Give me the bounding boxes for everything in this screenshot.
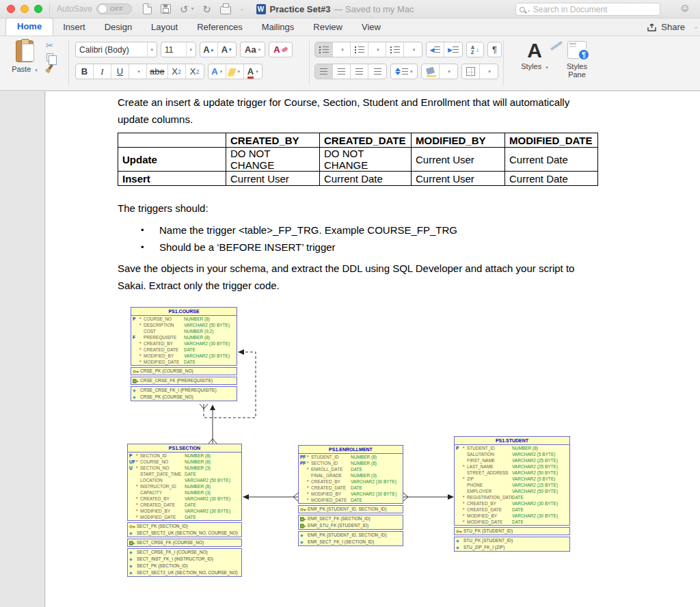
- line-spacing-button[interactable]: ▾: [390, 64, 418, 79]
- borders-grid-icon: [466, 67, 475, 76]
- entity-column-row: STREET_ADDRESSVARCHAR2 (50 BYTE): [455, 470, 569, 476]
- tab-view[interactable]: View: [352, 19, 390, 36]
- highlight-button[interactable]: ▾: [226, 64, 244, 79]
- styles-pane-pilcrow-icon: ¶: [578, 49, 590, 61]
- bold-button[interactable]: B: [76, 64, 94, 79]
- entity-column-row: PHONEVARCHAR2 (15 BYTE): [455, 482, 569, 488]
- borders-button[interactable]: [462, 64, 480, 79]
- table-cell: Current Date: [320, 172, 412, 186]
- grow-font-glyph: A: [203, 44, 209, 55]
- underline-caret-button[interactable]: ▾: [129, 64, 147, 79]
- entity-column-row: *CREATED_BYVARCHAR2 (30 BYTE): [299, 478, 403, 485]
- show-paragraph-marks-button[interactable]: ¶: [487, 42, 502, 57]
- undo-icon[interactable]: ↺: [180, 4, 189, 14]
- paste-clipboard-icon: [16, 40, 33, 62]
- redo-icon[interactable]: ↻: [202, 4, 211, 14]
- idx-icon: ◆: [133, 387, 140, 394]
- paragraph-triggers-should: The triggers should:: [118, 200, 208, 217]
- styles-button[interactable]: StylesA Styles ▾: [514, 39, 555, 70]
- entity-column-row: PF*SECTION_IDNUMBER (8): [299, 460, 403, 466]
- window-controls: [7, 5, 42, 13]
- pilcrow-icon: ¶: [492, 44, 497, 55]
- increase-indent-button[interactable]: ▶: [444, 42, 462, 57]
- bullet-icon: •: [141, 239, 159, 256]
- align-left-button[interactable]: [315, 64, 333, 79]
- change-case-button[interactable]: Aa▾: [240, 42, 265, 57]
- shrink-font-button[interactable]: A▼: [218, 42, 236, 57]
- underline-button[interactable]: U: [111, 64, 129, 79]
- font-name-combo[interactable]: Calibri (Body) ▾: [75, 42, 157, 57]
- list-item-text: Should be a ‘BEFORE INSERT’ trigger: [159, 239, 336, 256]
- font-size-combo[interactable]: 11 ▾: [161, 42, 196, 57]
- subscript-button[interactable]: X2: [168, 64, 186, 79]
- format-painter-icon[interactable]: [45, 64, 54, 73]
- search-scope-chevron-icon[interactable]: ⌄: [526, 7, 531, 13]
- shading-button[interactable]: [422, 64, 440, 79]
- tab-references[interactable]: References: [187, 19, 252, 36]
- cut-icon[interactable]: ✂: [46, 40, 53, 51]
- font-color-button[interactable]: A▾: [244, 64, 262, 79]
- tab-mailings[interactable]: Mailings: [252, 19, 304, 36]
- document-page[interactable]: Create an insert & update trigger for Co…: [46, 92, 700, 607]
- highlighter-icon: [228, 68, 237, 75]
- collapse-ribbon-icon[interactable]: ⌃: [693, 26, 699, 33]
- entity-column-row: CAPACITYNUMBER (3): [128, 489, 241, 496]
- decrease-indent-button[interactable]: ◀: [427, 42, 444, 57]
- share-button[interactable]: Share: [647, 22, 685, 32]
- zoom-window-button[interactable]: [34, 5, 42, 13]
- print-icon[interactable]: [220, 6, 231, 14]
- paste-button[interactable]: Paste ▾: [7, 40, 42, 73]
- entity-column-row: *INSTRUCTOR_IDNUMBER (8): [128, 483, 241, 489]
- close-window-button[interactable]: [7, 5, 15, 13]
- autosave-state: OFF: [110, 5, 124, 12]
- list-item: •Should be a ‘BEFORE INSERT’ trigger: [141, 239, 457, 256]
- idx-icon: ◆: [129, 556, 137, 563]
- bullet-list-button[interactable]: [315, 42, 333, 57]
- autosave-toggle[interactable]: OFF: [96, 3, 132, 14]
- numbered-list-caret-button[interactable]: ▾: [368, 42, 386, 57]
- idx-icon: ◆: [456, 544, 463, 551]
- pk-icon: [129, 524, 137, 529]
- tab-home[interactable]: Home: [5, 18, 53, 36]
- superscript-button[interactable]: X2: [186, 64, 204, 79]
- text-effects-button[interactable]: A▾: [208, 64, 226, 79]
- minimize-window-button[interactable]: [21, 5, 29, 13]
- styles-pane-label-1: Styles: [567, 62, 587, 70]
- undo-caret-icon[interactable]: ▾: [191, 6, 194, 12]
- tab-layout[interactable]: Layout: [142, 19, 187, 36]
- entity-column-row: *MODIFIED_BYVARCHAR2 (30 BYTE): [131, 353, 237, 359]
- tab-review[interactable]: Review: [304, 19, 352, 36]
- grow-font-button[interactable]: A▲: [200, 42, 218, 57]
- bullet-list-caret-button[interactable]: ▾: [333, 42, 351, 57]
- multilevel-list-button[interactable]: [386, 42, 404, 57]
- save-icon[interactable]: [161, 4, 171, 14]
- styles-pane-button[interactable]: ¶ Styles Pane: [559, 39, 595, 79]
- feedback-smiley-icon[interactable]: ☺: [679, 2, 690, 14]
- align-right-button[interactable]: [351, 64, 368, 79]
- search-field[interactable]: ⌄: [515, 3, 660, 16]
- multilevel-list-caret-button[interactable]: ▾: [404, 42, 422, 57]
- shading-caret-button[interactable]: ▾: [440, 64, 457, 79]
- justify-button[interactable]: [368, 64, 386, 79]
- font-size-caret-icon: ▾: [186, 42, 192, 57]
- pk-icon: [456, 529, 463, 534]
- copy-icon[interactable]: [46, 53, 53, 62]
- new-document-icon[interactable]: [143, 3, 152, 14]
- entity-column-row: *DESCRIPTIONVARCHAR2 (50 BYTE): [131, 322, 237, 328]
- entity-column-row: COSTNUMBER (9,2): [131, 328, 237, 334]
- tab-insert[interactable]: Insert: [53, 19, 95, 36]
- index-row: ◆SECT_SECT2_UK (SECTION_NO, COURSE_NO): [128, 569, 241, 576]
- sort-z-glyph: Z: [471, 50, 474, 55]
- clear-formatting-button[interactable]: A: [269, 42, 292, 57]
- strikethrough-button[interactable]: abe: [147, 64, 168, 79]
- numbered-list-button[interactable]: [351, 42, 368, 57]
- search-input[interactable]: [533, 5, 656, 14]
- index-row: ◆SECT_CRSE_FK_I (COURSE_NO): [128, 549, 241, 556]
- sort-button[interactable]: AZ ↓: [466, 42, 484, 57]
- align-center-button[interactable]: [333, 64, 351, 79]
- document-title: Practice Set#3: [270, 4, 331, 14]
- italic-button[interactable]: I: [94, 64, 111, 79]
- tab-design[interactable]: Design: [95, 19, 142, 36]
- toolbar-more-icon[interactable]: ⌄: [240, 6, 244, 12]
- borders-caret-button[interactable]: ▾: [480, 64, 498, 79]
